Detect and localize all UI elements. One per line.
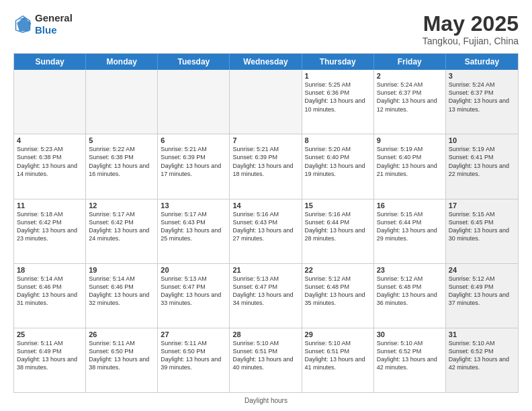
day-cell: 2Sunrise: 5:24 AM Sunset: 6:37 PM Daylig…	[374, 70, 446, 134]
day-info: Sunrise: 5:21 AM Sunset: 6:39 PM Dayligh…	[161, 145, 226, 178]
day-info: Sunrise: 5:10 AM Sunset: 6:51 PM Dayligh…	[305, 339, 371, 372]
day-info: Sunrise: 5:15 AM Sunset: 6:44 PM Dayligh…	[377, 210, 443, 243]
day-number: 5	[89, 136, 154, 144]
day-info: Sunrise: 5:14 AM Sunset: 6:46 PM Dayligh…	[17, 275, 83, 308]
day-cell: 28Sunrise: 5:10 AM Sunset: 6:51 PM Dayli…	[230, 328, 302, 392]
day-number: 31	[449, 330, 515, 338]
day-number: 3	[449, 72, 515, 80]
day-number: 2	[377, 72, 443, 80]
header-sunday: Sunday	[14, 54, 86, 70]
day-info: Sunrise: 5:11 AM Sunset: 6:50 PM Dayligh…	[161, 339, 226, 372]
day-info: Sunrise: 5:12 AM Sunset: 6:48 PM Dayligh…	[305, 275, 371, 308]
day-cell: 31Sunrise: 5:10 AM Sunset: 6:52 PM Dayli…	[446, 328, 518, 392]
day-info: Sunrise: 5:11 AM Sunset: 6:49 PM Dayligh…	[17, 339, 83, 372]
day-info: Sunrise: 5:21 AM Sunset: 6:39 PM Dayligh…	[232, 145, 298, 178]
day-info: Sunrise: 5:10 AM Sunset: 6:52 PM Dayligh…	[377, 339, 443, 372]
week-row-5: 25Sunrise: 5:11 AM Sunset: 6:49 PM Dayli…	[14, 328, 518, 392]
day-cell	[86, 70, 158, 134]
day-info: Sunrise: 5:13 AM Sunset: 6:47 PM Dayligh…	[232, 275, 298, 308]
week-row-3: 11Sunrise: 5:18 AM Sunset: 6:42 PM Dayli…	[14, 199, 518, 264]
day-cell: 23Sunrise: 5:12 AM Sunset: 6:48 PM Dayli…	[374, 264, 446, 328]
day-info: Sunrise: 5:15 AM Sunset: 6:45 PM Dayligh…	[449, 210, 515, 243]
day-number: 28	[232, 330, 298, 338]
day-cell: 7Sunrise: 5:21 AM Sunset: 6:39 PM Daylig…	[230, 134, 302, 198]
day-number: 21	[232, 266, 298, 274]
day-number: 9	[377, 136, 443, 144]
daylight-label: Daylight hours	[245, 397, 287, 404]
logo-blue: Blue	[35, 24, 73, 36]
day-cell: 1Sunrise: 5:25 AM Sunset: 6:36 PM Daylig…	[302, 70, 374, 134]
day-cell: 13Sunrise: 5:17 AM Sunset: 6:43 PM Dayli…	[158, 199, 230, 263]
day-info: Sunrise: 5:16 AM Sunset: 6:43 PM Dayligh…	[232, 210, 298, 243]
day-cell: 17Sunrise: 5:15 AM Sunset: 6:45 PM Dayli…	[446, 199, 518, 263]
day-info: Sunrise: 5:24 AM Sunset: 6:37 PM Dayligh…	[377, 81, 443, 113]
day-number: 19	[89, 266, 154, 274]
location: Tangkou, Fujian, China	[423, 36, 519, 46]
day-number: 15	[305, 201, 371, 210]
day-cell: 11Sunrise: 5:18 AM Sunset: 6:42 PM Dayli…	[14, 199, 86, 263]
day-number: 25	[17, 330, 83, 338]
day-cell: 10Sunrise: 5:19 AM Sunset: 6:41 PM Dayli…	[446, 134, 518, 198]
day-cell: 5Sunrise: 5:22 AM Sunset: 6:38 PM Daylig…	[86, 134, 158, 198]
day-cell: 18Sunrise: 5:14 AM Sunset: 6:46 PM Dayli…	[14, 264, 86, 328]
day-number: 22	[305, 266, 371, 274]
day-number: 27	[161, 330, 226, 338]
day-number: 26	[89, 330, 154, 338]
day-cell: 20Sunrise: 5:13 AM Sunset: 6:47 PM Dayli…	[158, 264, 230, 328]
day-cell: 12Sunrise: 5:17 AM Sunset: 6:42 PM Dayli…	[86, 199, 158, 263]
day-cell	[14, 70, 86, 134]
day-cell: 27Sunrise: 5:11 AM Sunset: 6:50 PM Dayli…	[158, 328, 230, 392]
calendar-body: 1Sunrise: 5:25 AM Sunset: 6:36 PM Daylig…	[14, 70, 518, 392]
day-number: 1	[305, 72, 371, 80]
logo-text: General Blue	[35, 12, 73, 36]
day-cell	[158, 70, 230, 134]
day-number: 11	[17, 201, 83, 210]
day-cell: 19Sunrise: 5:14 AM Sunset: 6:46 PM Dayli…	[86, 264, 158, 328]
day-cell: 4Sunrise: 5:23 AM Sunset: 6:38 PM Daylig…	[14, 134, 86, 198]
day-info: Sunrise: 5:12 AM Sunset: 6:48 PM Dayligh…	[377, 275, 443, 308]
logo: General Blue	[13, 12, 73, 36]
day-cell: 8Sunrise: 5:20 AM Sunset: 6:40 PM Daylig…	[302, 134, 374, 198]
day-info: Sunrise: 5:16 AM Sunset: 6:44 PM Dayligh…	[305, 210, 371, 243]
day-info: Sunrise: 5:23 AM Sunset: 6:38 PM Dayligh…	[17, 145, 83, 178]
header-thursday: Thursday	[302, 54, 374, 70]
day-number: 4	[17, 136, 83, 144]
day-cell: 3Sunrise: 5:24 AM Sunset: 6:37 PM Daylig…	[446, 70, 518, 134]
day-cell: 15Sunrise: 5:16 AM Sunset: 6:44 PM Dayli…	[302, 199, 374, 263]
logo-icon	[13, 15, 32, 34]
day-cell: 26Sunrise: 5:11 AM Sunset: 6:50 PM Dayli…	[86, 328, 158, 392]
week-row-4: 18Sunrise: 5:14 AM Sunset: 6:46 PM Dayli…	[14, 264, 518, 328]
day-info: Sunrise: 5:12 AM Sunset: 6:49 PM Dayligh…	[449, 275, 515, 308]
day-cell: 14Sunrise: 5:16 AM Sunset: 6:43 PM Dayli…	[230, 199, 302, 263]
day-number: 30	[377, 330, 443, 338]
day-number: 10	[449, 136, 515, 144]
week-row-1: 1Sunrise: 5:25 AM Sunset: 6:36 PM Daylig…	[14, 70, 518, 134]
day-info: Sunrise: 5:17 AM Sunset: 6:42 PM Dayligh…	[89, 210, 154, 243]
calendar: Sunday Monday Tuesday Wednesday Thursday…	[13, 53, 519, 393]
day-number: 23	[377, 266, 443, 274]
day-cell: 16Sunrise: 5:15 AM Sunset: 6:44 PM Dayli…	[374, 199, 446, 263]
day-info: Sunrise: 5:19 AM Sunset: 6:40 PM Dayligh…	[377, 145, 443, 178]
header: General Blue May 2025 Tangkou, Fujian, C…	[13, 12, 519, 46]
day-info: Sunrise: 5:14 AM Sunset: 6:46 PM Dayligh…	[89, 275, 154, 308]
footer: Daylight hours	[13, 397, 519, 404]
day-number: 8	[305, 136, 371, 144]
day-number: 18	[17, 266, 83, 274]
day-cell: 24Sunrise: 5:12 AM Sunset: 6:49 PM Dayli…	[446, 264, 518, 328]
day-info: Sunrise: 5:13 AM Sunset: 6:47 PM Dayligh…	[161, 275, 226, 308]
day-number: 7	[232, 136, 298, 144]
day-cell: 21Sunrise: 5:13 AM Sunset: 6:47 PM Dayli…	[230, 264, 302, 328]
day-number: 13	[161, 201, 226, 210]
header-friday: Friday	[374, 54, 446, 70]
day-number: 14	[232, 201, 298, 210]
day-info: Sunrise: 5:10 AM Sunset: 6:51 PM Dayligh…	[232, 339, 298, 372]
day-info: Sunrise: 5:18 AM Sunset: 6:42 PM Dayligh…	[17, 210, 83, 243]
day-cell: 6Sunrise: 5:21 AM Sunset: 6:39 PM Daylig…	[158, 134, 230, 198]
day-number: 6	[161, 136, 226, 144]
day-cell	[230, 70, 302, 134]
day-cell: 22Sunrise: 5:12 AM Sunset: 6:48 PM Dayli…	[302, 264, 374, 328]
header-wednesday: Wednesday	[230, 54, 302, 70]
day-info: Sunrise: 5:19 AM Sunset: 6:41 PM Dayligh…	[449, 145, 515, 178]
page: General Blue May 2025 Tangkou, Fujian, C…	[0, 0, 532, 411]
day-cell: 25Sunrise: 5:11 AM Sunset: 6:49 PM Dayli…	[14, 328, 86, 392]
